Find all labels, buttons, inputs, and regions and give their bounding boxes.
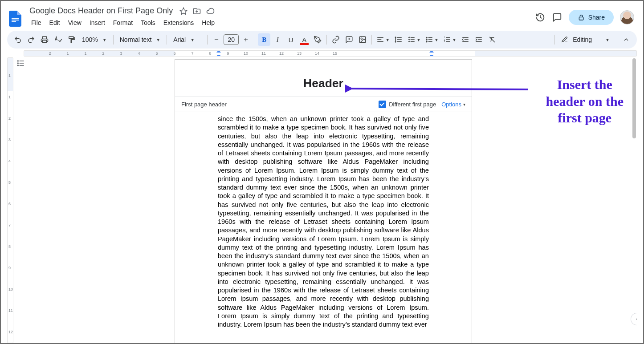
separator xyxy=(167,35,167,45)
svg-point-13 xyxy=(18,61,19,61)
menu-view[interactable]: View xyxy=(65,17,85,28)
caret-down-icon: ▼ xyxy=(605,37,610,42)
share-button[interactable]: Share xyxy=(569,10,614,25)
editing-mode-select[interactable]: Editing ▼ xyxy=(558,34,614,45)
highlight-color-button[interactable] xyxy=(311,33,324,46)
menu-edit[interactable]: Edit xyxy=(46,17,64,28)
caret-down-icon: ▼ xyxy=(434,37,439,42)
decrease-indent-button[interactable] xyxy=(459,33,472,46)
svg-text:3: 3 xyxy=(444,40,445,43)
share-label: Share xyxy=(588,14,605,21)
separator xyxy=(326,35,327,45)
right-indent-marker[interactable] xyxy=(429,55,434,57)
svg-rect-0 xyxy=(12,18,19,19)
caret-down-icon: ▾ xyxy=(463,102,465,107)
svg-rect-3 xyxy=(579,17,583,20)
print-button[interactable] xyxy=(38,33,51,46)
menu-insert[interactable]: Insert xyxy=(86,17,109,28)
menu-extensions[interactable]: Extensions xyxy=(160,17,197,28)
svg-point-8 xyxy=(426,39,427,40)
caret-down-icon: ▼ xyxy=(190,37,195,42)
menu-help[interactable]: Help xyxy=(198,17,218,28)
docs-logo[interactable] xyxy=(7,11,23,27)
svg-rect-4 xyxy=(43,40,47,43)
paragraph-style-select[interactable]: Normal text▼ xyxy=(116,33,164,46)
hide-menus-button[interactable] xyxy=(620,33,632,46)
svg-point-6 xyxy=(361,38,362,39)
first-line-indent-marker[interactable] xyxy=(216,50,221,53)
menu-tools[interactable]: Tools xyxy=(137,17,159,28)
caret-down-icon: ▼ xyxy=(102,37,107,42)
text-color-button[interactable]: A xyxy=(298,33,310,46)
vertical-ruler[interactable]: 112345678910111213 xyxy=(7,57,13,343)
separator xyxy=(113,35,114,45)
caret-down-icon: ▼ xyxy=(416,37,421,42)
menu-file[interactable]: File xyxy=(28,17,45,28)
undo-button[interactable] xyxy=(12,33,24,46)
numbered-list-button[interactable]: 123▼ xyxy=(441,33,458,46)
caret-down-icon: ▼ xyxy=(156,37,160,42)
header-bar-label: First page header xyxy=(181,101,227,108)
underline-button[interactable]: U xyxy=(285,33,297,46)
line-spacing-button[interactable] xyxy=(392,33,405,46)
caret-down-icon: ▼ xyxy=(385,37,390,42)
zoom-select[interactable]: 100%▼ xyxy=(78,33,110,46)
font-size-input[interactable]: 20 xyxy=(224,34,239,45)
page-body-text[interactable]: since the 1500s, when an unknown printer… xyxy=(175,112,472,338)
menu-format[interactable]: Format xyxy=(110,17,136,28)
spellcheck-button[interactable] xyxy=(52,33,64,46)
svg-point-9 xyxy=(426,41,427,42)
account-avatar[interactable] xyxy=(620,10,634,24)
redo-button[interactable] xyxy=(25,33,37,46)
vertical-scrollbar[interactable] xyxy=(632,57,637,343)
font-select[interactable]: Arial▼ xyxy=(170,33,204,46)
header-options-bar: First page header Different first page O… xyxy=(175,97,472,112)
scrollbar-thumb[interactable] xyxy=(632,58,636,138)
cloud-status-icon[interactable] xyxy=(206,7,215,16)
lock-icon xyxy=(578,14,585,21)
toolbar: 100%▼ Normal text▼ Arial▼ 20 B I U A ▼ ▼… xyxy=(7,31,637,49)
bulleted-list-button[interactable]: ▼ xyxy=(424,33,440,46)
history-icon[interactable] xyxy=(535,12,546,23)
horizontal-ruler[interactable]: 21123456789101112131415 xyxy=(7,50,637,57)
insert-image-button[interactable] xyxy=(356,33,369,46)
svg-rect-1 xyxy=(12,20,19,20)
different-first-page-checkbox[interactable]: Different first page xyxy=(379,101,436,108)
increase-indent-button[interactable] xyxy=(473,33,485,46)
header-text[interactable]: Header xyxy=(303,77,343,90)
left-indent-marker[interactable] xyxy=(216,55,221,57)
star-icon[interactable] xyxy=(179,7,188,16)
decrease-font-size-button[interactable] xyxy=(210,33,223,46)
bold-button[interactable]: B xyxy=(258,33,270,46)
separator xyxy=(207,35,208,45)
page: Header First page header Different first… xyxy=(175,59,472,343)
add-comment-button[interactable] xyxy=(343,33,355,46)
document-canvas[interactable]: Header First page header Different first… xyxy=(24,57,637,343)
italic-button[interactable]: I xyxy=(271,33,284,46)
title-bar: Google Docs Header on First Page Only Fi… xyxy=(1,1,643,31)
document-title[interactable]: Google Docs Header on First Page Only xyxy=(28,5,175,16)
right-indent-marker-top[interactable] xyxy=(429,50,434,53)
checkbox-checked-icon xyxy=(379,101,386,108)
header-options-dropdown[interactable]: Options ▾ xyxy=(441,101,465,108)
checklist-button[interactable]: ▼ xyxy=(406,33,423,46)
insert-link-button[interactable] xyxy=(330,33,342,46)
separator xyxy=(617,35,617,45)
svg-point-15 xyxy=(18,65,19,66)
clear-formatting-button[interactable] xyxy=(486,33,498,46)
paint-format-button[interactable] xyxy=(65,33,77,46)
increase-font-size-button[interactable] xyxy=(240,33,252,46)
workspace: 112345678910111213 Header First page hea… xyxy=(7,57,637,343)
move-icon[interactable] xyxy=(192,7,201,16)
menu-bar: FileEditViewInsertFormatToolsExtensionsH… xyxy=(28,16,530,31)
svg-point-7 xyxy=(426,37,427,38)
separator xyxy=(371,35,372,45)
separator xyxy=(554,35,555,45)
page-header-area[interactable]: Header xyxy=(175,60,472,97)
align-button[interactable]: ▼ xyxy=(375,33,391,46)
svg-rect-2 xyxy=(12,21,16,22)
svg-point-14 xyxy=(18,63,19,64)
pencil-icon xyxy=(561,36,568,43)
annotation-text: Insert the header on the first page xyxy=(546,76,624,126)
comments-icon[interactable] xyxy=(552,12,562,23)
